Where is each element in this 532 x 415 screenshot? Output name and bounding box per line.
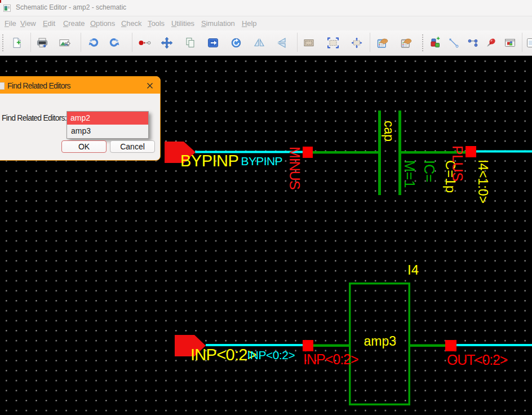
- svg-text:BYPINP: BYPINP: [241, 154, 282, 167]
- svg-text:M=1: M=1: [402, 160, 418, 188]
- svg-text:OUT<0:2>: OUT<0:2>: [447, 352, 508, 368]
- svg-text:INP<0:2>: INP<0:2>: [247, 348, 295, 361]
- svg-text:I4<1:0>: I4<1:0>: [476, 160, 490, 204]
- svg-text:INP<0:2>: INP<0:2>: [303, 351, 358, 367]
- svg-text:PLUS: PLUS: [450, 145, 466, 181]
- svg-text:cap: cap: [382, 121, 396, 142]
- svg-text:IC=: IC=: [422, 160, 437, 183]
- svg-text:I4: I4: [407, 262, 419, 277]
- svg-text:INP<0:2>: INP<0:2>: [190, 346, 256, 364]
- svg-text:amp3: amp3: [364, 334, 397, 348]
- svg-text:MINUS: MINUS: [287, 147, 303, 189]
- svg-text:BYPINP: BYPINP: [180, 152, 238, 170]
